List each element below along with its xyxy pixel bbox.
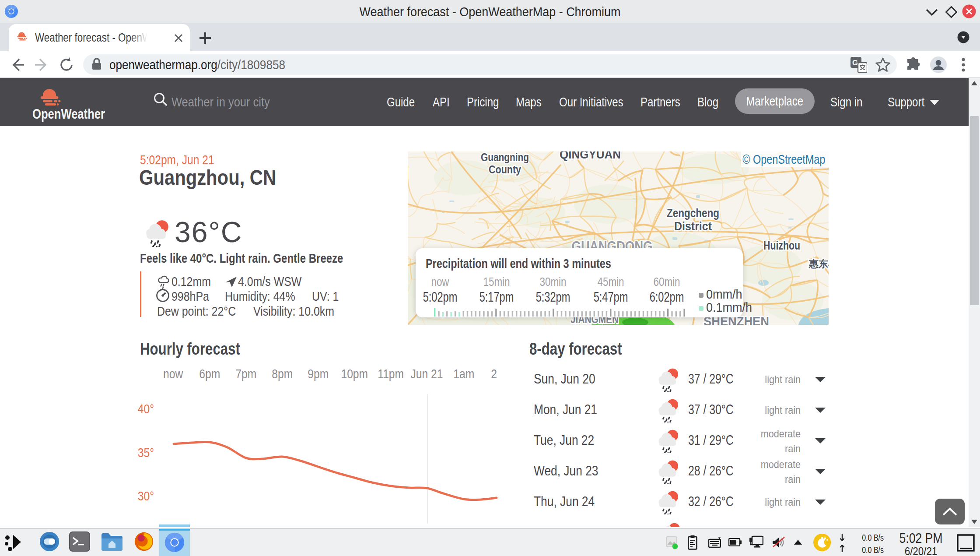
svg-text:G: G	[852, 59, 858, 67]
svg-text:Zengcheng: Zengcheng	[667, 206, 719, 220]
svg-text:Huizhou: Huizhou	[763, 239, 800, 252]
svg-text:惠东县: 惠东县	[808, 258, 829, 269]
svg-text:QINGYUAN: QINGYUAN	[560, 151, 621, 161]
svg-text:County: County	[489, 163, 521, 176]
svg-text:Guangning: Guangning	[481, 151, 529, 163]
svg-text:District: District	[674, 219, 712, 233]
